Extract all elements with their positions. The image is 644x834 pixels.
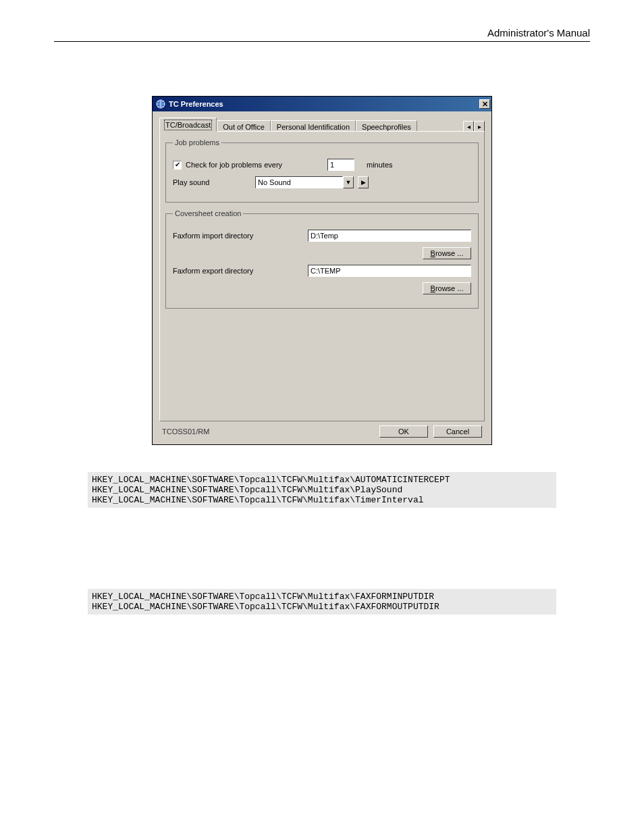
group-coversheet-legend: Coversheet creation [173, 209, 243, 217]
page-header: Administrator's Manual [54, 27, 590, 42]
tab-scroll-left-icon[interactable]: ◂ [463, 121, 474, 132]
status-label: TCOSS01/RM [162, 427, 374, 436]
ok-button[interactable]: OK [379, 425, 428, 438]
cancel-button[interactable]: Cancel [433, 425, 482, 438]
window-title: TC Preferences [169, 100, 479, 108]
preferences-dialog: TC Preferences ✕ TC/Broadcast Out of Off… [152, 96, 492, 445]
faxform-export-label: Faxform export directory [173, 267, 308, 275]
tab-panel: Job problems ✔ Check for job problems ev… [159, 131, 485, 421]
browse-import-button[interactable]: Browse ... [423, 247, 471, 259]
titlebar: TC Preferences ✕ [153, 97, 491, 111]
browse-export-button[interactable]: Browse ... [423, 282, 471, 294]
app-icon [155, 99, 166, 109]
play-sound-select[interactable] [255, 176, 343, 188]
faxform-export-input[interactable] [308, 265, 471, 277]
registry-block-1: HKEY_LOCAL_MACHINE\SOFTWARE\Topcall\TCFW… [88, 472, 556, 508]
play-sound-label: Play sound [173, 178, 255, 186]
group-job-problems: Job problems ✔ Check for job problems ev… [165, 138, 479, 203]
registry-block-2: HKEY_LOCAL_MACHINE\SOFTWARE\Topcall\TCFW… [88, 589, 556, 615]
faxform-import-input[interactable] [308, 230, 471, 242]
tab-scroll-right-icon[interactable]: ▸ [474, 121, 485, 132]
tab-tc-broadcast[interactable]: TC/Broadcast [159, 118, 217, 132]
group-coversheet: Coversheet creation Faxform import direc… [165, 209, 479, 309]
tab-strip: TC/Broadcast Out of Office Personal Iden… [159, 117, 485, 132]
interval-unit-label: minutes [367, 161, 393, 169]
group-job-problems-legend: Job problems [173, 138, 221, 147]
check-job-problems-label: Check for job problems every [186, 161, 327, 169]
close-icon[interactable]: ✕ [479, 99, 490, 109]
interval-input[interactable] [327, 159, 354, 171]
faxform-import-label: Faxform import directory [173, 232, 308, 240]
chevron-down-icon[interactable]: ▼ [343, 176, 354, 188]
check-job-problems[interactable]: ✔ [173, 161, 182, 170]
play-sound-button[interactable]: ▶ [358, 176, 369, 188]
